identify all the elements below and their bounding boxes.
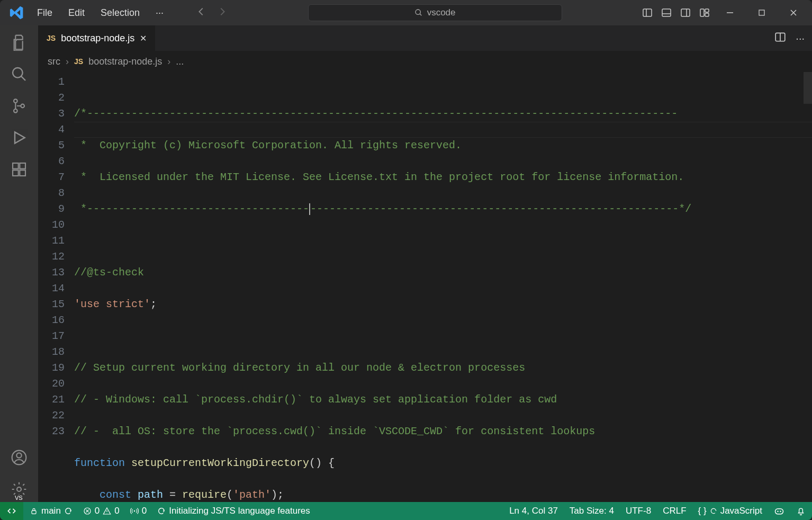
menu-more-icon[interactable]: ··· bbox=[149, 4, 170, 22]
status-copilot-icon[interactable] bbox=[774, 506, 784, 516]
split-editor-icon[interactable] bbox=[774, 31, 786, 45]
status-lang-init[interactable]: Initializing JS/TS language features bbox=[157, 506, 310, 516]
svg-rect-1 bbox=[643, 9, 652, 16]
svg-rect-13 bbox=[13, 170, 19, 176]
layout-panel-icon[interactable] bbox=[661, 7, 672, 19]
statusbar: main 0 0 0 Initializing JS/TS language f… bbox=[0, 502, 812, 520]
nav-arrows bbox=[195, 6, 228, 20]
svg-point-17 bbox=[16, 453, 21, 458]
vs-badge: VS bbox=[14, 495, 24, 501]
more-actions-icon[interactable]: ··· bbox=[796, 32, 805, 44]
current-line-highlight bbox=[74, 122, 812, 138]
vscode-logo-icon bbox=[10, 5, 24, 20]
svg-rect-23 bbox=[775, 509, 783, 514]
svg-rect-6 bbox=[705, 13, 709, 16]
chevron-right-icon: › bbox=[66, 56, 69, 67]
svg-rect-15 bbox=[20, 163, 25, 169]
search-icon bbox=[414, 8, 423, 17]
editor-group: JS bootstrap-node.js ✕ ··· src › JS boot… bbox=[38, 25, 812, 502]
status-eol[interactable]: CRLF bbox=[663, 506, 686, 516]
svg-rect-7 bbox=[759, 10, 764, 15]
activity-search-icon[interactable] bbox=[6, 61, 32, 87]
nav-back-icon[interactable] bbox=[195, 6, 207, 20]
svg-point-9 bbox=[14, 99, 17, 103]
tab-filename: bootstrap-node.js bbox=[61, 33, 134, 44]
svg-point-11 bbox=[21, 104, 24, 108]
svg-point-18 bbox=[17, 487, 21, 491]
svg-point-0 bbox=[416, 10, 420, 14]
command-center-search[interactable]: vscode bbox=[308, 4, 562, 21]
svg-point-22 bbox=[133, 510, 135, 512]
broadcast-icon bbox=[130, 507, 139, 515]
tab-bootstrap-node[interactable]: JS bootstrap-node.js ✕ bbox=[38, 25, 155, 51]
activity-bar bbox=[0, 25, 38, 502]
menubar: File Edit Selection ··· bbox=[31, 4, 170, 22]
svg-point-24 bbox=[777, 511, 779, 513]
error-icon bbox=[83, 507, 92, 515]
js-file-icon: JS bbox=[74, 57, 83, 66]
activity-extensions-icon[interactable] bbox=[6, 157, 32, 182]
breadcrumbs[interactable]: src › JS bootstrap-node.js › ... bbox=[38, 51, 812, 72]
menu-selection[interactable]: Selection bbox=[94, 4, 146, 22]
svg-rect-14 bbox=[20, 170, 25, 176]
status-lang-mode[interactable]: { } JavaScript bbox=[698, 506, 762, 516]
status-branch[interactable]: main bbox=[30, 506, 73, 516]
svg-point-8 bbox=[13, 68, 23, 78]
sync-icon[interactable] bbox=[64, 507, 73, 515]
activity-account-icon[interactable] bbox=[6, 445, 32, 470]
status-bell-icon[interactable] bbox=[796, 506, 806, 516]
editor-tabs: JS bootstrap-node.js ✕ ··· bbox=[38, 25, 812, 51]
svg-rect-3 bbox=[681, 9, 690, 16]
customize-layout-icon[interactable] bbox=[699, 7, 710, 19]
warning-icon bbox=[103, 507, 111, 515]
svg-point-10 bbox=[14, 109, 17, 113]
breadcrumb-tail[interactable]: ... bbox=[176, 56, 184, 67]
status-ports[interactable]: 0 bbox=[130, 506, 147, 516]
status-encoding[interactable]: UTF-8 bbox=[626, 506, 651, 516]
layout-sidebar-left-icon[interactable] bbox=[642, 7, 653, 19]
window-minimize-icon[interactable] bbox=[718, 0, 742, 25]
window-maximize-icon[interactable] bbox=[750, 0, 774, 25]
status-cursor-pos[interactable]: Ln 4, Col 37 bbox=[509, 506, 558, 516]
svg-rect-20 bbox=[32, 510, 36, 514]
svg-rect-2 bbox=[662, 9, 671, 16]
status-problems[interactable]: 0 0 bbox=[83, 506, 120, 516]
scrollbar-thumb[interactable] bbox=[804, 72, 812, 104]
activity-explorer-icon[interactable] bbox=[6, 30, 32, 55]
activity-scm-icon[interactable] bbox=[6, 93, 32, 119]
svg-point-25 bbox=[780, 511, 781, 513]
status-indent[interactable]: Tab Size: 4 bbox=[570, 506, 614, 516]
sync-icon bbox=[157, 507, 166, 515]
code-lines[interactable]: /*--------------------------------------… bbox=[74, 72, 812, 502]
svg-rect-12 bbox=[13, 163, 19, 169]
svg-rect-4 bbox=[700, 9, 704, 16]
search-text: vscode bbox=[427, 7, 456, 18]
remote-indicator-icon[interactable] bbox=[0, 502, 23, 520]
svg-rect-5 bbox=[705, 9, 709, 12]
menu-edit[interactable]: Edit bbox=[62, 4, 91, 22]
titlebar: File Edit Selection ··· vscode bbox=[0, 0, 812, 25]
breadcrumb-folder[interactable]: src bbox=[48, 56, 60, 67]
js-file-icon: JS bbox=[47, 34, 56, 42]
close-icon[interactable]: ✕ bbox=[140, 33, 147, 43]
chevron-right-icon: › bbox=[167, 56, 170, 67]
braces-icon: { } bbox=[698, 506, 707, 516]
activity-debug-icon[interactable] bbox=[6, 125, 32, 150]
code-editor[interactable]: 1234567891011121314151617181920212223 /*… bbox=[38, 72, 812, 502]
lock-icon bbox=[30, 507, 38, 515]
layout-sidebar-right-icon[interactable] bbox=[680, 7, 691, 19]
window-close-icon[interactable] bbox=[781, 0, 806, 25]
breadcrumb-file[interactable]: bootstrap-node.js bbox=[88, 56, 162, 67]
line-gutter: 1234567891011121314151617181920212223 bbox=[38, 72, 74, 502]
sync-icon bbox=[710, 507, 717, 515]
menu-file[interactable]: File bbox=[31, 4, 59, 22]
nav-forward-icon[interactable] bbox=[216, 6, 228, 20]
